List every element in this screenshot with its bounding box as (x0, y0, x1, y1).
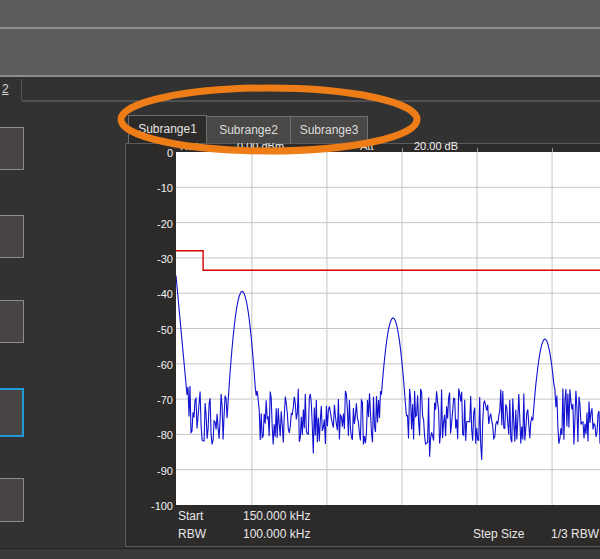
tabbar-divider (22, 100, 600, 102)
y-tick-label: -100 (133, 501, 173, 512)
spectrum-plot (176, 152, 600, 505)
window-titlebar (0, 0, 600, 29)
y-tick-label: -20 (133, 219, 173, 230)
y-tick-label: -60 (133, 360, 173, 371)
tab-subrange3[interactable]: Subrange3 (290, 116, 368, 143)
sidebar-button-3[interactable] (0, 300, 24, 343)
y-tick-label: -90 (133, 466, 173, 477)
sidebar-button-1[interactable] (0, 127, 24, 170)
toolbar (0, 29, 600, 77)
y-tick-label: 0 (133, 148, 173, 159)
y-tick-label: -80 (133, 430, 173, 441)
start-value: 150.000 kHz (243, 509, 310, 523)
y-tick-label: -70 (133, 395, 173, 406)
rbw-label: RBW (178, 527, 206, 541)
sidebar-button-5[interactable]: h (0, 478, 24, 522)
rbw-value: 100.000 kHz (243, 527, 310, 541)
att-value: 20.00 dB (414, 140, 458, 152)
y-tick-label: -50 (133, 325, 173, 336)
sidebar-button-selected[interactable] (0, 388, 24, 437)
start-label: Start (178, 509, 203, 523)
y-tick-label: -40 (133, 289, 173, 300)
main-tab-partial[interactable]: 2 (0, 79, 22, 101)
tab-subrange2[interactable]: Subrange2 (207, 116, 290, 143)
y-tick-label: -30 (133, 254, 173, 265)
sidebar-button-2[interactable] (0, 215, 24, 258)
y-tick-label: -10 (133, 183, 173, 194)
step-size-label: Step Size (473, 527, 524, 541)
step-size-value: 1/3 RBW (551, 527, 599, 541)
status-strip (0, 548, 600, 559)
tab-subrange1[interactable]: Subrange1 (128, 115, 207, 143)
